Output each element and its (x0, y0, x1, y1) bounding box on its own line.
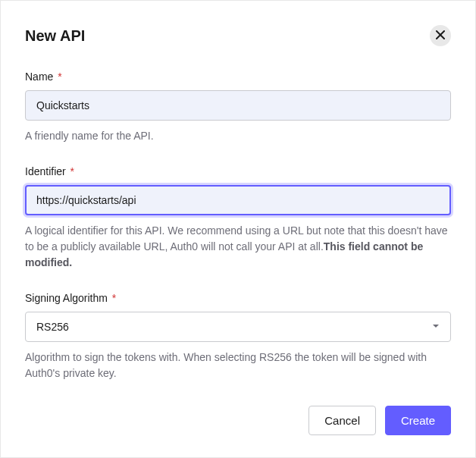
dialog-footer: Cancel Create (25, 406, 451, 435)
close-icon (436, 30, 445, 42)
name-label: Name * (25, 71, 451, 83)
required-asterisk: * (70, 165, 74, 177)
name-field-group: Name * A friendly name for the API. (25, 71, 451, 144)
required-asterisk: * (58, 71, 61, 83)
new-api-dialog: New API Name * A friendly name for the A… (0, 0, 476, 458)
required-asterisk: * (112, 292, 116, 304)
signing-algorithm-label-text: Signing Algorithm (25, 292, 108, 304)
signing-algorithm-field-group: Signing Algorithm * RS256 Algorithm to s… (25, 292, 451, 381)
name-help-text: A friendly name for the API. (25, 128, 451, 144)
signing-algorithm-select[interactable]: RS256 (25, 312, 451, 342)
identifier-label-text: Identifier (25, 165, 66, 177)
identifier-label: Identifier * (25, 165, 451, 177)
close-button[interactable] (430, 25, 451, 46)
signing-algorithm-help-text: Algorithm to sign the tokens with. When … (25, 350, 451, 381)
dialog-header: New API (25, 25, 451, 46)
cancel-button[interactable]: Cancel (308, 406, 376, 435)
identifier-field-group: Identifier * A logical identifier for th… (25, 165, 451, 271)
identifier-help-text: A logical identifier for this API. We re… (25, 223, 451, 271)
name-label-text: Name (25, 71, 53, 83)
signing-algorithm-select-wrapper: RS256 (25, 312, 451, 342)
signing-algorithm-label: Signing Algorithm * (25, 292, 451, 304)
create-button[interactable]: Create (385, 406, 451, 435)
identifier-input[interactable] (25, 185, 451, 215)
name-input[interactable] (25, 90, 451, 121)
dialog-title: New API (25, 27, 85, 45)
